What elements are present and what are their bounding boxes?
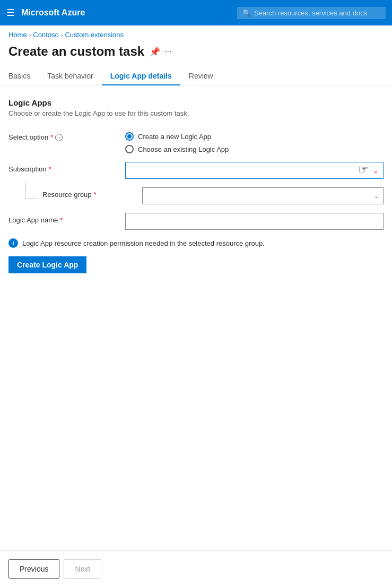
- breadcrumb-contoso[interactable]: Contoso: [33, 31, 58, 39]
- pin-icon[interactable]: 📌: [150, 47, 160, 57]
- select-option-label: Select option * i: [8, 130, 125, 141]
- page-title: Create an custom task: [8, 44, 144, 59]
- info-message: i Logic App resource creation permission…: [8, 238, 384, 248]
- indent-connector: [25, 182, 38, 199]
- resource-group-row: Resource group * ⌄: [8, 187, 384, 204]
- next-button[interactable]: Next: [64, 559, 101, 579]
- breadcrumb-custom-extensions[interactable]: Custom extensions: [65, 31, 124, 39]
- resource-group-chevron-icon: ⌄: [374, 193, 379, 200]
- search-icon: 🔍: [242, 9, 251, 17]
- footer: Previous Next: [0, 550, 392, 587]
- tab-logic-app-details[interactable]: Logic App details: [102, 67, 180, 85]
- select-option-row: Select option * i Create a new Logic App…: [8, 130, 384, 153]
- subscription-dropdown[interactable]: ⌄: [125, 162, 384, 179]
- required-asterisk: *: [50, 133, 53, 141]
- radio-create-new-circle[interactable]: [125, 132, 134, 141]
- radio-existing[interactable]: Choose an existing Logic App: [125, 145, 384, 153]
- create-logic-app-button[interactable]: Create Logic App: [8, 256, 86, 273]
- previous-button[interactable]: Previous: [8, 559, 59, 579]
- subscription-label: Subscription *: [8, 162, 125, 173]
- azure-logo-title: Microsoft Azure: [21, 8, 85, 18]
- logic-app-name-row: Logic App name *: [8, 213, 384, 230]
- top-navigation: ☰ Microsoft Azure 🔍: [0, 0, 392, 25]
- search-input[interactable]: [254, 9, 380, 17]
- breadcrumb: Home › Contoso › Custom extensions: [0, 25, 392, 42]
- tab-task-behavior[interactable]: Task behavior: [39, 67, 101, 85]
- tab-basics[interactable]: Basics: [8, 67, 39, 85]
- tab-review[interactable]: Review: [180, 67, 222, 85]
- subscription-required: *: [49, 165, 51, 173]
- info-message-text: Logic App resource creation permission n…: [22, 239, 265, 247]
- subscription-chevron-icon: ⌄: [372, 166, 379, 175]
- search-bar[interactable]: 🔍: [237, 7, 386, 19]
- logic-app-name-input-wrap: [125, 213, 384, 230]
- radio-create-new[interactable]: Create a new Logic App: [125, 132, 384, 141]
- logic-app-name-input[interactable]: [125, 213, 384, 230]
- breadcrumb-sep-1: ›: [29, 32, 31, 38]
- tab-bar: Basics Task behavior Logic App details R…: [0, 67, 392, 85]
- info-tooltip-icon[interactable]: i: [55, 134, 63, 141]
- logic-app-name-label: Logic App name *: [8, 213, 125, 224]
- header-icons: 📌 ···: [150, 47, 171, 57]
- hamburger-icon[interactable]: ☰: [6, 7, 15, 19]
- page-header: Create an custom task 📌 ···: [0, 42, 392, 67]
- breadcrumb-sep-2: ›: [61, 32, 63, 38]
- breadcrumb-home[interactable]: Home: [8, 31, 27, 39]
- section-description: Choose or create the Logic App to use fo…: [8, 109, 384, 117]
- subscription-input-wrap: ⌄ ☞: [125, 162, 384, 179]
- main-content: Logic Apps Choose or create the Logic Ap…: [0, 85, 392, 550]
- resource-group-label: Resource group *: [42, 187, 142, 198]
- resource-group-dropdown[interactable]: ⌄: [142, 187, 384, 204]
- resource-group-input-wrap: ⌄: [142, 187, 384, 204]
- radio-create-label: Create a new Logic App: [138, 133, 211, 141]
- radio-group: Create a new Logic App Choose an existin…: [125, 130, 384, 153]
- section-title: Logic Apps: [8, 98, 384, 107]
- logic-app-name-required: *: [60, 216, 63, 224]
- resource-group-required: *: [94, 191, 97, 198]
- info-message-icon: i: [8, 238, 18, 248]
- subscription-row: Subscription * ⌄ ☞: [8, 162, 384, 179]
- more-options-icon[interactable]: ···: [164, 47, 171, 56]
- radio-existing-label: Choose an existing Logic App: [138, 145, 229, 153]
- radio-existing-circle[interactable]: [125, 145, 134, 153]
